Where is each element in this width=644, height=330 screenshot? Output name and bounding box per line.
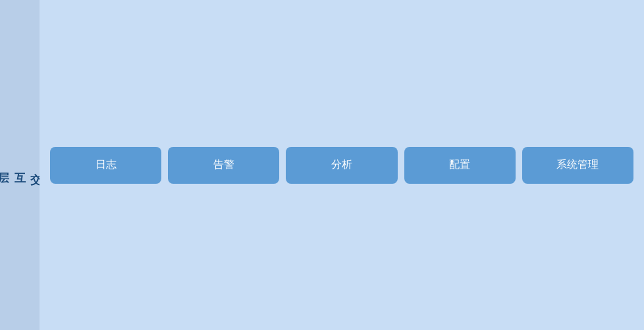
interaction-layer-label: 交 互 层	[0, 0, 40, 330]
interaction-layer-content: 日志 告警 分析 配置 系统管理	[40, 0, 644, 330]
card-sysadmin: 系统管理	[522, 147, 633, 184]
interaction-layer: 交 互 层 日志 告警 分析 配置 系统管理	[0, 0, 644, 330]
card-analysis: 分析	[286, 147, 397, 184]
card-log: 日志	[50, 147, 161, 184]
architecture-diagram: 交 互 层 日志 告警 分析 配置 系统管理 控 制 层 一键建表 自定义字段	[0, 0, 644, 330]
card-config: 配置	[404, 147, 516, 184]
card-alert: 告警	[168, 147, 279, 184]
